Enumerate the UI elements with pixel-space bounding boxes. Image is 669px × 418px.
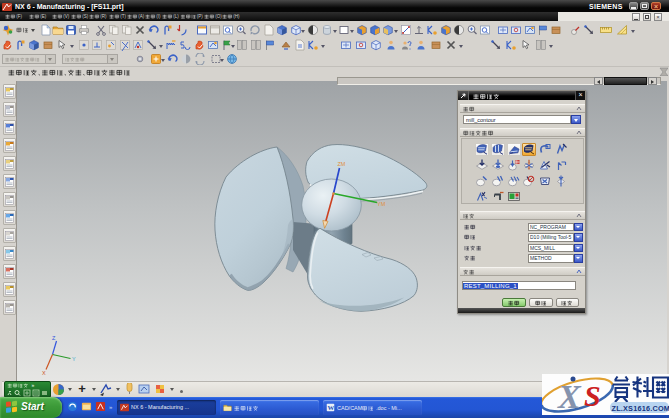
svg-text:W: W [328, 404, 335, 411]
svg-text:Y: Y [72, 356, 76, 362]
svg-text:ZL.XS1616.COM: ZL.XS1616.COM [612, 404, 669, 413]
svg-text:X: X [557, 378, 582, 415]
svg-text:YM: YM [377, 201, 386, 207]
svg-text:S: S [584, 379, 601, 412]
svg-text:X: X [42, 370, 46, 376]
svg-text:ZM: ZM [338, 161, 346, 167]
svg-text:Z: Z [52, 335, 56, 341]
